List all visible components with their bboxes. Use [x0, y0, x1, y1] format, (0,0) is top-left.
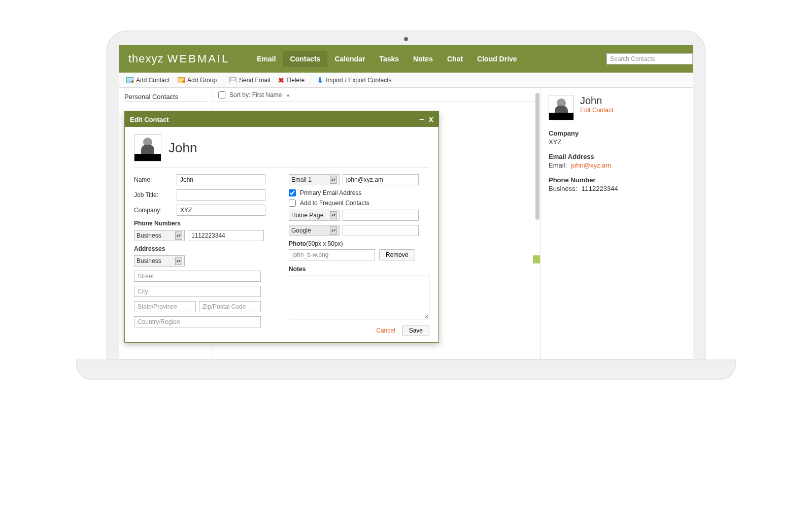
send-email-button[interactable]: Send Email — [225, 75, 274, 85]
remove-photo-button[interactable]: Remove — [379, 249, 415, 260]
scrollbar[interactable] — [535, 88, 540, 359]
primary-email-checkbox[interactable] — [289, 189, 296, 196]
phone-label: Phone Number — [549, 176, 685, 184]
minimize-icon[interactable]: – — [419, 115, 424, 124]
add-contact-button[interactable]: Add Contact — [122, 75, 174, 85]
add-group-label: Add Group — [187, 77, 217, 84]
nav-notes[interactable]: Notes — [406, 51, 440, 67]
import-export-button[interactable]: ⬇ Import / Export Contacts — [313, 75, 395, 85]
street-field[interactable] — [134, 271, 261, 282]
envelope-icon — [229, 77, 236, 83]
email-type-value: Email 1 — [291, 176, 312, 183]
email-type-select[interactable]: Email 1 ▴▾ — [289, 174, 340, 185]
phone-type-select[interactable]: Business ▴▾ — [134, 230, 185, 241]
search-engine-select[interactable]: Google ▴▾ — [289, 225, 340, 236]
delete-button[interactable]: ✖ Delete — [274, 75, 309, 85]
email-key: Email: — [549, 161, 567, 169]
delete-icon: ✖ — [278, 77, 284, 83]
search-input[interactable] — [606, 53, 693, 64]
laptop-camera — [404, 37, 408, 41]
select-all-checkbox[interactable] — [218, 91, 225, 98]
save-button[interactable]: Save — [402, 325, 429, 336]
jobtitle-field[interactable] — [177, 189, 265, 201]
dialog-avatar — [134, 134, 161, 161]
sidebar-item-personal-contacts[interactable]: Personal Contacts — [124, 92, 208, 102]
company-label: Company: — [134, 207, 172, 214]
brand-part2: WEBMAIL — [167, 52, 229, 65]
edit-contact-link[interactable]: Edit Contact — [580, 107, 613, 114]
cancel-button[interactable]: Cancel — [376, 327, 395, 334]
photo-file-field[interactable] — [289, 249, 375, 260]
toolbar-separator — [311, 75, 311, 85]
city-field[interactable] — [134, 286, 261, 297]
state-field[interactable] — [134, 301, 196, 312]
laptop-base — [76, 359, 736, 380]
add-contact-label: Add Contact — [136, 77, 170, 84]
sort-label: Sort by: First Name — [229, 91, 282, 98]
frequent-contacts-checkbox[interactable] — [289, 200, 296, 207]
avatar — [549, 95, 574, 120]
address-type-value: Business — [137, 257, 161, 264]
top-nav: thexyz WEBMAIL Email Contacts Calendar T… — [119, 45, 693, 73]
scrollbar-thumb[interactable] — [535, 93, 539, 220]
company-field[interactable] — [177, 205, 265, 216]
email-label: Email Address — [549, 153, 685, 160]
country-field[interactable] — [134, 316, 261, 327]
photo-dimensions: (50px x 50px) — [306, 240, 343, 247]
homepage-field[interactable] — [343, 210, 419, 221]
sort-arrow-icon: ▲ — [286, 92, 290, 97]
zip-field[interactable] — [199, 301, 261, 312]
edit-contact-dialog: Edit Contact – x John Name — [124, 111, 439, 343]
phone-type-value: Business — [137, 232, 161, 239]
name-field[interactable] — [177, 174, 265, 185]
toolbar-separator — [223, 75, 223, 85]
homepage-select[interactable]: Home Page ▴▾ — [289, 210, 340, 221]
close-icon[interactable]: x — [429, 115, 433, 124]
homepage-value: Home Page — [291, 212, 323, 219]
primary-email-label: Primary Email Address — [300, 189, 361, 196]
app-screen: thexyz WEBMAIL Email Contacts Calendar T… — [119, 45, 693, 359]
chevron-updown-icon: ▴▾ — [330, 226, 337, 235]
phone-key: Business: — [549, 185, 577, 192]
nav-cloud-drive[interactable]: Cloud Drive — [470, 51, 524, 67]
nav-chat[interactable]: Chat — [440, 51, 470, 67]
dialog-title: Edit Contact — [130, 116, 169, 123]
phone-section-label: Phone Numbers — [134, 220, 275, 227]
add-contact-icon — [126, 77, 133, 83]
notes-label: Notes — [289, 266, 429, 273]
import-export-label: Import / Export Contacts — [326, 77, 391, 84]
frequent-contacts-label: Add to Frequent Contacts — [300, 200, 369, 207]
chevron-updown-icon: ▴▾ — [175, 257, 182, 265]
search-engine-value: Google — [291, 227, 311, 234]
search-engine-field[interactable] — [343, 225, 419, 236]
notes-textarea[interactable] — [289, 276, 429, 319]
address-section-label: Addresses — [134, 245, 275, 252]
dialog-titlebar[interactable]: Edit Contact – x — [125, 112, 438, 127]
email-value[interactable]: john@xyz.am — [571, 161, 611, 169]
email-field[interactable] — [343, 174, 419, 185]
photo-label: Photo — [289, 240, 306, 247]
contact-details-pane: John Edit Contact Company XYZ Email Addr… — [540, 88, 693, 359]
brand-logo: thexyz WEBMAIL — [128, 52, 229, 65]
address-type-select[interactable]: Business ▴▾ — [134, 255, 185, 267]
send-email-label: Send Email — [239, 77, 270, 84]
nav-calendar[interactable]: Calendar — [327, 51, 372, 67]
add-group-button[interactable]: Add Group — [174, 75, 221, 85]
import-icon: ⬇ — [317, 77, 323, 83]
phone-value: 1112223344 — [581, 185, 618, 192]
nav-email[interactable]: Email — [250, 51, 283, 67]
add-group-icon — [178, 77, 185, 83]
sort-header[interactable]: Sort by: First Name ▲ — [213, 88, 540, 102]
company-value: XYZ — [549, 138, 685, 146]
jobtitle-label: Job Title: — [134, 191, 172, 199]
chevron-updown-icon: ▴▾ — [330, 211, 337, 219]
name-label: Name: — [134, 176, 172, 183]
nav-tasks[interactable]: Tasks — [372, 51, 406, 67]
action-toolbar: Add Contact Add Group Send Email ✖ Delet… — [119, 73, 693, 88]
contact-name: John — [580, 95, 613, 107]
phone-number-field[interactable] — [188, 230, 264, 241]
nav-contacts[interactable]: Contacts — [283, 51, 328, 67]
selection-indicator — [533, 255, 540, 263]
brand-part1: thexyz — [128, 52, 164, 65]
company-label: Company — [549, 129, 685, 137]
